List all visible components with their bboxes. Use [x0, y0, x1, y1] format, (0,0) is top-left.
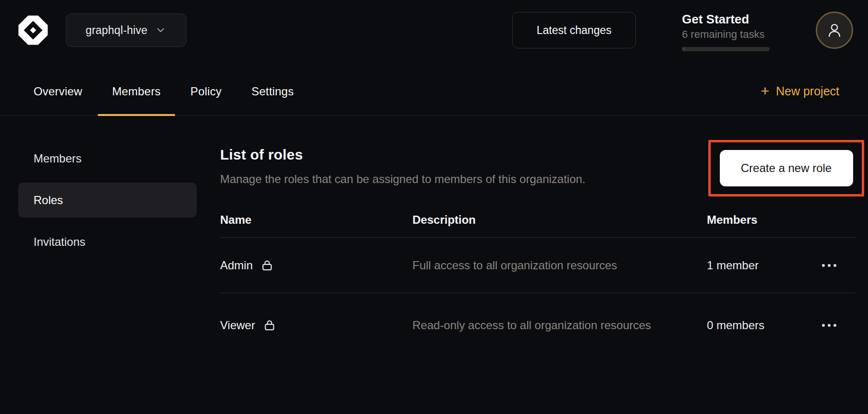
org-tabs: Overview Members Policy Settings	[19, 60, 308, 116]
top-bar: graphql-hive Latest changes Get Started …	[0, 0, 868, 60]
tab-overview[interactable]: Overview	[19, 67, 97, 116]
new-project-label: New project	[776, 84, 839, 98]
get-started-progress-bar	[682, 47, 770, 51]
get-started-remaining-tasks: 6 remaining tasks	[682, 28, 770, 41]
latest-changes-button[interactable]: Latest changes	[512, 12, 636, 48]
chevron-down-icon	[155, 24, 166, 36]
organization-name: graphql-hive	[86, 24, 148, 37]
org-tabs-bar: Overview Members Policy Settings + New p…	[0, 60, 868, 116]
organization-selector[interactable]: graphql-hive	[66, 13, 187, 47]
hive-logo-icon[interactable]	[17, 14, 49, 46]
column-header-name: Name	[220, 213, 412, 227]
page-subtitle: Manage the roles that can be assigned to…	[220, 172, 586, 186]
row-actions-button[interactable]	[817, 259, 841, 272]
get-started-title: Get Started	[682, 12, 770, 27]
role-name: Admin	[220, 259, 253, 272]
tab-settings[interactable]: Settings	[237, 67, 308, 116]
roles-table: Name Description Members Admin Full acce…	[220, 202, 856, 357]
tab-members[interactable]: Members	[98, 67, 175, 116]
person-icon	[826, 22, 843, 39]
roles-table-header: Name Description Members	[220, 202, 856, 238]
create-new-role-button[interactable]: Create a new role	[720, 150, 853, 186]
user-avatar[interactable]	[816, 12, 853, 49]
role-description: Full access to all organization resource…	[412, 257, 676, 274]
new-project-button[interactable]: + New project	[761, 60, 839, 116]
column-header-members: Members	[707, 213, 803, 227]
annotation-highlight-box: Create a new role	[708, 140, 864, 196]
role-member-count: 0 members	[707, 319, 803, 332]
page-title: List of roles	[220, 147, 303, 163]
table-row-viewer: Viewer Read-only access to all organizat…	[220, 293, 856, 357]
lock-icon	[260, 259, 274, 272]
tab-policy[interactable]: Policy	[176, 67, 236, 116]
role-description: Read-only access to all organization res…	[412, 317, 676, 334]
row-actions-button[interactable]	[817, 319, 841, 332]
table-row-admin: Admin Full access to all organization re…	[220, 238, 856, 293]
column-header-description: Description	[412, 213, 707, 227]
sidebar-item-roles[interactable]: Roles	[18, 183, 197, 218]
plus-icon: +	[761, 84, 769, 98]
ellipsis-icon	[822, 264, 836, 267]
sidebar-item-members[interactable]: Members	[18, 141, 197, 176]
ellipsis-icon	[822, 324, 836, 327]
get-started-widget[interactable]: Get Started 6 remaining tasks	[682, 12, 770, 51]
get-started-progress-fill	[682, 47, 685, 51]
role-member-count: 1 member	[707, 259, 803, 272]
lock-icon	[263, 319, 276, 332]
role-name: Viewer	[220, 319, 255, 332]
sidebar-item-invitations[interactable]: Invitations	[18, 224, 197, 259]
members-sidebar: Members Roles Invitations	[18, 141, 197, 259]
